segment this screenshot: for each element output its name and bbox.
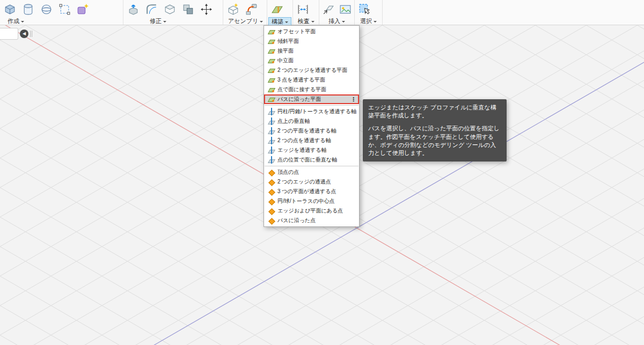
insert-derive-icon[interactable] [320, 1, 337, 17]
point-through-three-planes-icon [267, 188, 275, 195]
combine-icon[interactable] [179, 1, 197, 17]
toolbar-menu-select[interactable]: 選択 [357, 17, 379, 25]
axis-through-two-points-icon [267, 137, 275, 144]
menu-item-midplane[interactable]: 中立面 [264, 56, 359, 65]
toolbar-menu-construct[interactable]: 構築 [268, 17, 291, 25]
toolbar-menu-inspect-label: 検査 [298, 17, 310, 25]
point-at-vertex-icon [267, 168, 275, 176]
point-along-path-icon [267, 217, 275, 224]
sphere-icon[interactable] [37, 1, 55, 17]
menu-item-offset-plane[interactable]: オフセット平面 [264, 27, 359, 36]
tooltip-detail: パスを選択し、パスに沿った平面の位置を指定します。作図平面をスケッチ平面として使… [368, 124, 501, 157]
more-options-icon[interactable]: ⋮ [350, 96, 356, 103]
menu-separator [265, 166, 358, 166]
browser-expand-toggle[interactable]: ◀ [0, 28, 32, 40]
construct-dropdown-menu: オフセット平面 傾斜平面 接平面 中立面 2 つのエッジを通過する平面 3 点を… [264, 25, 360, 227]
angled-plane-icon [267, 38, 275, 45]
midplane-icon [267, 57, 275, 64]
toolbar-menu-assemble-label: アセンブリ [228, 17, 258, 25]
axis-through-edge-icon [267, 146, 275, 154]
create-form-icon[interactable] [74, 1, 92, 17]
axis-perpendicular-to-face-at-point-icon [267, 156, 275, 164]
toolbar-group-modify: 修正 [123, 0, 223, 25]
menu-item-angled-plane[interactable]: 傾斜平面 [264, 36, 359, 46]
menu-item-point-along-path[interactable]: パスに沿った点 [264, 216, 359, 225]
move-icon[interactable] [197, 1, 215, 17]
offset-plane-icon [267, 28, 275, 35]
select-icon[interactable] [355, 1, 374, 17]
fusion-app-window: 作成 修正 [0, 0, 644, 345]
toolbar-menu-select-label: 選択 [360, 17, 372, 25]
toolbar-menu-inspect[interactable]: 検査 [295, 17, 317, 25]
toolbar-menu-assemble[interactable]: アセンブリ [225, 17, 266, 25]
canvas-image-icon[interactable] [337, 1, 354, 17]
axis-through-two-planes-icon [267, 127, 275, 135]
menu-item-axis-through-two-points[interactable]: 2 つの点を通過する軸 [264, 136, 359, 145]
toolbar-menu-modify[interactable]: 修正 [147, 17, 169, 25]
box-icon[interactable] [1, 1, 19, 17]
measure-icon[interactable] [294, 1, 312, 17]
toolbar-menu-insert[interactable]: 挿入 [326, 17, 348, 25]
plane-through-two-edges-icon [267, 67, 275, 74]
menu-item-point-center-circle-sphere-torus[interactable]: 円/球/トーラスの中心点 [264, 196, 359, 206]
menu-item-plane-through-three-points[interactable]: 3 点を通過する平面 [264, 75, 359, 85]
panel-grip-handle[interactable] [30, 31, 32, 37]
new-component-icon[interactable] [224, 1, 242, 17]
menu-item-plane-through-two-edges[interactable]: 2 つのエッジを通過する平面 [264, 65, 359, 75]
point-on-edge-and-plane-icon [267, 207, 275, 215]
cylinder-icon[interactable] [19, 1, 37, 17]
menu-item-axis-through-cylinder-cone-torus[interactable]: 円柱/円錐/トーラスを通過する軸 [264, 107, 359, 116]
toolbar-group-construct: 構築 [267, 0, 293, 25]
menu-item-plane-along-path[interactable]: パスに沿った平面 ⋮ [264, 94, 359, 104]
toolbar-spacer [383, 0, 644, 25]
menu-item-point-through-three-planes[interactable]: 3 つの平面が通過する点 [264, 187, 359, 196]
toolbar-menu-modify-label: 修正 [150, 17, 162, 25]
menu-item-axis-perpendicular-at-point[interactable]: 点上の垂直軸 [264, 116, 359, 126]
point-through-two-edges-icon [267, 178, 275, 186]
toolbar-menu-insert-label: 挿入 [328, 17, 340, 25]
axis-perpendicular-at-point-icon [267, 118, 275, 125]
press-pull-icon[interactable] [124, 1, 142, 17]
tooltip-description: エッジまたはスケッチ プロファイルに垂直な構築平面を作成します。 [368, 104, 501, 120]
construction-plane-icon[interactable] [268, 1, 286, 17]
shell-icon[interactable] [160, 1, 179, 17]
command-tooltip: エッジまたはスケッチ プロファイルに垂直な構築平面を作成します。 パスを選択し、… [363, 99, 507, 162]
toolbar: 作成 修正 [0, 0, 644, 25]
axis-through-cylinder-cone-torus-icon [267, 108, 275, 115]
browser-collapsed-tab[interactable] [0, 28, 18, 40]
menu-item-axis-through-two-planes[interactable]: 2 つの平面を通過する軸 [264, 126, 359, 136]
menu-item-point-at-vertex[interactable]: 頂点の点 [264, 167, 359, 177]
toolbar-group-assemble: アセンブリ [223, 0, 267, 25]
menu-item-axis-through-edge[interactable]: エッジを通過する軸 [264, 145, 359, 155]
plane-along-path-icon [267, 96, 275, 103]
menu-item-point-on-edge-and-plane[interactable]: エッジおよび平面にある点 [264, 206, 359, 216]
menu-item-point-through-two-edges[interactable]: 2 つのエッジの通過点 [264, 177, 359, 187]
create-sketch-icon[interactable] [55, 1, 74, 17]
tangent-plane-icon [267, 47, 275, 55]
fillet-icon[interactable] [142, 1, 160, 17]
menu-item-plane-tangent-to-face-at-point[interactable]: 点で面に接する平面 [264, 85, 359, 94]
toolbar-group-create: 作成 [0, 0, 123, 25]
toolbar-group-inspect: 検査 [293, 0, 319, 25]
plane-through-three-points-icon [267, 76, 275, 84]
menu-item-axis-perpendicular-to-face-at-point[interactable]: 点の位置で面に垂直な軸 [264, 155, 359, 165]
toolbar-group-insert: 挿入 [319, 0, 355, 25]
joint-icon[interactable] [242, 1, 260, 17]
toolbar-menu-construct-label: 構築 [272, 18, 283, 25]
toolbar-menu-create[interactable]: 作成 [5, 17, 27, 25]
collapse-arrow-icon[interactable]: ◀ [20, 30, 28, 38]
toolbar-menu-create-label: 作成 [8, 17, 19, 25]
toolbar-group-select: 選択 [355, 0, 383, 25]
menu-separator [265, 105, 358, 106]
point-center-circle-sphere-torus-icon [267, 197, 275, 205]
plane-tangent-to-face-at-point-icon [267, 86, 275, 93]
menu-item-tangent-plane[interactable]: 接平面 [264, 46, 359, 56]
